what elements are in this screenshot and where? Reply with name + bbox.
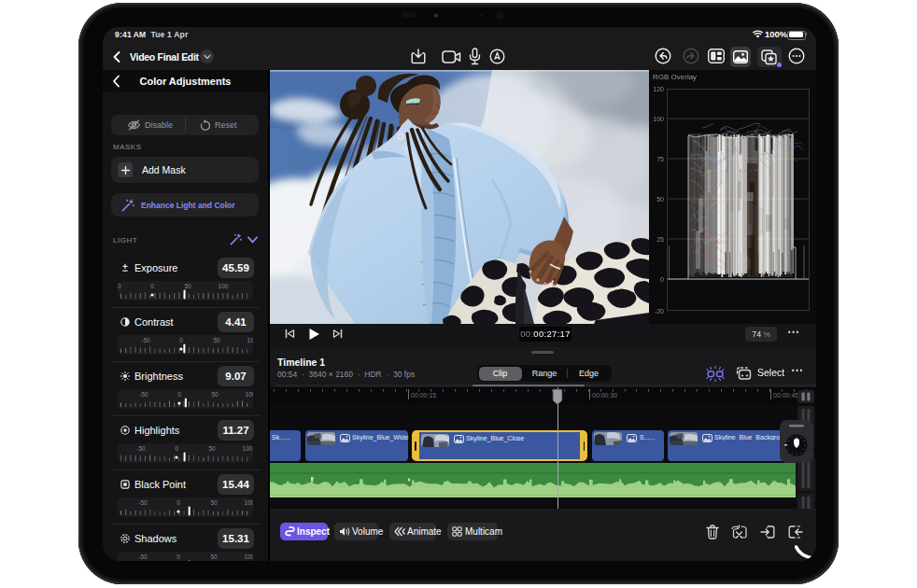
svg-text:-20: -20 [655, 308, 664, 315]
svg-text:0: 0 [176, 553, 180, 560]
svg-text:-50: -50 [136, 445, 146, 452]
svg-text:120: 120 [653, 86, 664, 92]
svg-text:-50: -50 [141, 337, 150, 343]
svg-text:00:00:45: 00:00:45 [773, 392, 798, 399]
svg-text:-50: -50 [138, 553, 148, 560]
svg-text:75: 75 [656, 156, 664, 162]
svg-text:100: 100 [245, 499, 253, 506]
svg-text:50: 50 [208, 445, 216, 452]
svg-text:0: 0 [177, 391, 181, 398]
svg-text:-50: -50 [118, 283, 121, 289]
svg-text:-50: -50 [138, 499, 148, 506]
svg-text:100: 100 [246, 391, 253, 398]
svg-text:50: 50 [656, 196, 664, 203]
svg-text:0: 0 [175, 445, 178, 452]
svg-text:50: 50 [184, 283, 191, 289]
svg-text:-50: -50 [139, 391, 148, 398]
svg-text:100: 100 [653, 116, 664, 122]
svg-text:50: 50 [211, 391, 219, 398]
svg-text:100: 100 [247, 337, 253, 343]
svg-text:50: 50 [210, 499, 218, 506]
svg-text:100: 100 [245, 553, 253, 560]
svg-text:25: 25 [656, 236, 664, 243]
svg-text:0: 0 [179, 337, 183, 343]
svg-text:0: 0 [150, 283, 154, 289]
svg-text:00:00:30: 00:00:30 [592, 392, 617, 399]
svg-text:100: 100 [219, 283, 229, 289]
svg-text:100: 100 [243, 445, 253, 452]
svg-text:0: 0 [660, 276, 664, 283]
svg-text:50: 50 [213, 337, 220, 343]
svg-text:50: 50 [210, 553, 218, 560]
svg-text:0: 0 [176, 499, 180, 506]
svg-text:00:00:15: 00:00:15 [411, 392, 436, 399]
